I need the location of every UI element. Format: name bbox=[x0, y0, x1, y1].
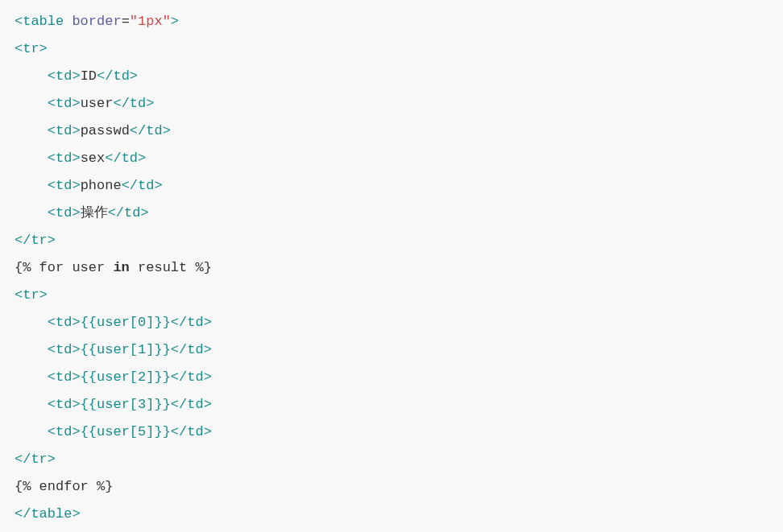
code-line: <td>phone</td> bbox=[14, 172, 768, 200]
token-tag: </td> bbox=[171, 397, 212, 412]
code-line: </table> bbox=[14, 501, 768, 528]
token-text: 操作 bbox=[81, 205, 108, 221]
code-line: <tr> bbox=[14, 282, 768, 309]
token-attr-value: "1px" bbox=[130, 14, 171, 29]
token-text: phone bbox=[81, 178, 122, 193]
code-line: <td>{{user[5]}}</td> bbox=[14, 419, 768, 446]
token-tag: </td> bbox=[130, 123, 171, 138]
token-tag: </td> bbox=[122, 178, 163, 193]
token-tag: <td> bbox=[48, 424, 81, 439]
token-template-expr: {{user[5]}} bbox=[81, 424, 171, 439]
code-line: <td>user</td> bbox=[14, 90, 768, 118]
code-line: <td>{{user[0]}}</td> bbox=[14, 309, 768, 336]
token-tag: <td> bbox=[48, 205, 81, 221]
token-tag: <td> bbox=[48, 151, 81, 166]
token-template-expr: {{user[0]}} bbox=[81, 315, 171, 330]
token-text: {% endfor %} bbox=[14, 479, 113, 494]
token-tag: <tr> bbox=[14, 41, 48, 56]
token-tag: </td> bbox=[171, 342, 212, 357]
token-tag: </tr> bbox=[14, 233, 56, 248]
code-line: </tr> bbox=[14, 227, 768, 254]
code-line: <table border="1px"> bbox=[14, 8, 768, 35]
code-line: </tr> bbox=[14, 446, 768, 473]
token-keyword: in bbox=[113, 260, 129, 275]
token-tag: <table bbox=[14, 14, 64, 29]
token-attr-name: border bbox=[72, 14, 121, 29]
token-text: ID bbox=[81, 68, 97, 84]
token-tag: </td> bbox=[171, 424, 212, 439]
token-text: user bbox=[81, 96, 114, 111]
token-tag: <td> bbox=[48, 397, 81, 412]
token-template-expr: {{user[2]}} bbox=[81, 369, 171, 385]
token-tag: </td> bbox=[97, 68, 138, 84]
token-tag: </tr> bbox=[14, 452, 56, 467]
code-line: {% for user in result %} bbox=[14, 254, 768, 282]
token-tag: <td> bbox=[48, 369, 81, 385]
token-template-expr: {{user[3]}} bbox=[81, 397, 171, 412]
code-line: <td>passwd</td> bbox=[14, 118, 768, 145]
token-tag: <td> bbox=[48, 68, 81, 84]
token-tag: > bbox=[171, 14, 179, 29]
code-line: <td>{{user[1]}}</td> bbox=[14, 336, 768, 364]
code-line: <td>操作</td> bbox=[14, 200, 768, 227]
code-line: <td>{{user[2]}}</td> bbox=[14, 364, 768, 391]
token-tag: <td> bbox=[48, 315, 81, 330]
token-tag: </td> bbox=[108, 205, 149, 221]
token-tag: <td> bbox=[48, 178, 81, 193]
token-tag: <td> bbox=[48, 342, 81, 357]
token-tag: </td> bbox=[171, 369, 212, 385]
code-line: <td>sex</td> bbox=[14, 145, 768, 172]
token-tag: <td> bbox=[48, 96, 81, 111]
token-tag: </td> bbox=[113, 96, 154, 111]
token-tag: <tr> bbox=[14, 287, 48, 303]
token-template-expr: {{user[1]}} bbox=[81, 342, 171, 357]
token-tag: <td> bbox=[48, 123, 81, 138]
code-line: <td>ID</td> bbox=[14, 63, 768, 90]
code-line: <tr> bbox=[14, 35, 768, 63]
token-text: sex bbox=[81, 151, 106, 166]
token-text bbox=[64, 14, 72, 29]
code-line: <td>{{user[3]}}</td> bbox=[14, 391, 768, 419]
token-text: {% for user bbox=[14, 260, 113, 275]
token-tag: </table> bbox=[14, 506, 81, 522]
code-block: <table border="1px"><tr> <td>ID</td> <td… bbox=[14, 8, 768, 528]
token-eq: = bbox=[122, 14, 130, 29]
token-tag: </td> bbox=[105, 151, 146, 166]
code-line: {% endfor %} bbox=[14, 473, 768, 501]
token-tag: </td> bbox=[171, 315, 212, 330]
token-text: passwd bbox=[81, 123, 130, 138]
token-text: result %} bbox=[130, 260, 212, 275]
